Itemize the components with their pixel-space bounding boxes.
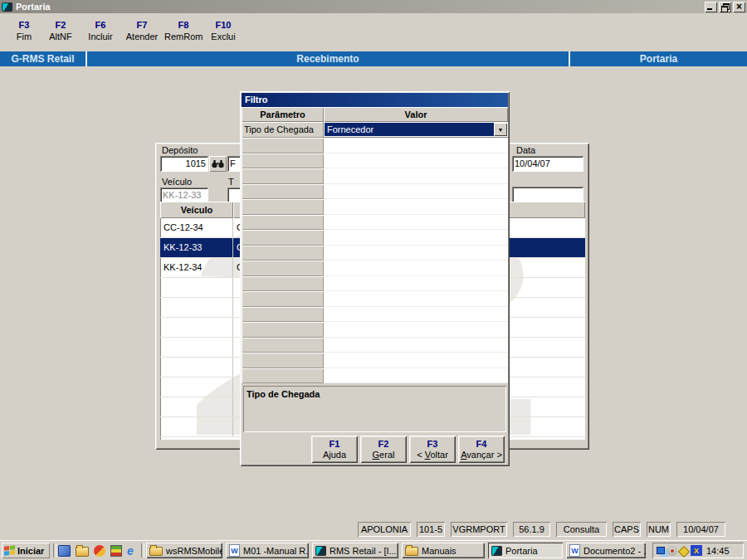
- empty-param-cell: [242, 138, 324, 153]
- filter-empty-row: [242, 215, 508, 231]
- filter-empty-row: [242, 230, 508, 246]
- module-banner: G-RMS Retail Recebimento Portaria: [0, 51, 747, 66]
- fkey-label: F3: [5, 19, 43, 31]
- task-rms-retail-i[interactable]: RMS Retail - [I...: [312, 543, 398, 558]
- minimize-icon[interactable]: [705, 2, 717, 12]
- filter-empty-row: [242, 246, 508, 261]
- task-wsrmsmobile[interactable]: wsRMSMobile: [146, 543, 222, 558]
- status-panel: 10/04/07: [676, 522, 725, 537]
- toolbar-item-altnf[interactable]: F2AltNF: [42, 19, 80, 43]
- command-label: AltNF: [42, 31, 80, 43]
- clock: 14:45: [706, 546, 730, 556]
- filter-empty-row: [242, 338, 508, 353]
- empty-value-cell: [324, 184, 508, 200]
- dialog-button-bar: F1AjudaF2GeralF3< VoltarF4Avançar >: [240, 436, 510, 464]
- button-label: Geral: [360, 450, 407, 460]
- task-m01-manual-r[interactable]: M01 -Manual R...: [226, 543, 309, 558]
- window-controls: [705, 2, 745, 12]
- task-manuais[interactable]: Manuais: [402, 543, 485, 558]
- tipo-chegada-dropdown[interactable]: Fornecedor: [324, 122, 508, 137]
- fkey-label: F6: [81, 19, 120, 31]
- filter-empty-row: [242, 168, 508, 184]
- label-post: oltar: [430, 450, 447, 460]
- toolbar-item-exclui[interactable]: F10Exclui: [204, 19, 242, 43]
- taskbar-separator: [53, 543, 56, 558]
- command-label: Atender: [123, 31, 161, 43]
- data-input[interactable]: 10/04/07: [512, 156, 583, 172]
- ie-icon[interactable]: [127, 545, 139, 557]
- vehicle-cell: KK-12-33: [160, 238, 233, 257]
- folder-icon[interactable]: [76, 547, 89, 557]
- toolbar-item-incluir[interactable]: F6Incluir: [81, 19, 120, 43]
- empty-param-cell: [242, 261, 324, 276]
- toolbar-item-fim[interactable]: F3Fim: [5, 19, 43, 43]
- desktop-screen: Portaria F3FimF2AltNFF6IncluirF7AtenderF…: [0, 0, 747, 560]
- empty-value-cell: [324, 261, 508, 276]
- filter-table-header: Parâmetro Valor: [242, 107, 508, 122]
- right-field[interactable]: [512, 187, 583, 202]
- status-panel: Consulta: [556, 522, 607, 537]
- dropdown-arrow-icon[interactable]: [494, 123, 507, 136]
- outlook-icon[interactable]: [58, 545, 71, 557]
- vehicle-cell: [160, 298, 233, 317]
- x30-icon[interactable]: [691, 545, 702, 556]
- dialog-titlebar[interactable]: Filtro: [242, 93, 508, 107]
- filter-empty-row: [242, 138, 508, 153]
- desktop-icon[interactable]: [110, 545, 122, 557]
- tray-icons: [657, 545, 702, 556]
- empty-value-cell: [324, 291, 508, 307]
- param-cell: Tipo de Chegada: [242, 122, 324, 138]
- data-label: Data: [516, 145, 535, 156]
- button-label: < Voltar: [409, 450, 456, 460]
- toolbar-item-remrom[interactable]: F8RemRom: [164, 19, 203, 43]
- banner-screen: Portaria: [570, 51, 747, 66]
- binoculars-icon: [212, 159, 224, 168]
- empty-value-cell: [324, 215, 508, 231]
- fkey-label: F1: [311, 439, 358, 450]
- fkey-label: F4: [458, 439, 505, 450]
- empty-value-cell: [324, 322, 508, 338]
- toolbar-item-atender[interactable]: F7Atender: [123, 19, 161, 43]
- empty-param-cell: [242, 230, 324, 246]
- windows-logo-icon: [4, 545, 15, 555]
- vehicle-cell: KK-12-34: [160, 258, 233, 277]
- task-portaria[interactable]: Portaria: [488, 543, 563, 558]
- function-key-toolbar: F3FimF2AltNFF6IncluirF7AtenderF8RemRomF1…: [0, 13, 747, 51]
- media-icon[interactable]: [94, 545, 105, 557]
- restore-icon[interactable]: [719, 2, 731, 12]
- pencil-icon[interactable]: [678, 545, 690, 557]
- empty-param-cell: [242, 168, 324, 184]
- search-button[interactable]: [209, 156, 227, 172]
- button-f2[interactable]: F2Geral: [360, 436, 407, 463]
- start-button[interactable]: Iniciar: [2, 543, 50, 558]
- vehicle-cell: [160, 417, 233, 436]
- banner-module: Recebimento: [87, 51, 569, 66]
- empty-value-cell: [324, 276, 508, 292]
- task-label: RMS Retail - [I...: [330, 546, 397, 556]
- taskbar-separator: [141, 543, 144, 558]
- filter-empty-row: [242, 322, 508, 338]
- button-f1[interactable]: F1Ajuda: [311, 436, 358, 463]
- column-header-veiculo[interactable]: Veículo: [160, 202, 233, 218]
- network-icon[interactable]: [657, 547, 665, 554]
- empty-param-cell: [242, 246, 324, 261]
- task-label: Manuais: [422, 546, 456, 556]
- agent-icon[interactable]: [667, 546, 677, 556]
- close-icon[interactable]: [733, 2, 745, 12]
- task-documento2[interactable]: Documento2 - ...: [566, 543, 646, 558]
- filter-empty-row: [242, 368, 508, 384]
- fkey-label: F10: [204, 19, 242, 31]
- dropdown-selected-value: Fornecedor: [325, 123, 494, 136]
- empty-value-cell: [324, 168, 508, 184]
- deposito-input[interactable]: 1015: [160, 156, 208, 172]
- button-f4[interactable]: F4Avançar >: [458, 436, 505, 463]
- status-panel: VGRMPORT: [451, 522, 507, 537]
- task-buttons: wsRMSMobileM01 -Manual R...RMS Retail - …: [146, 543, 646, 558]
- banner-product: G-RMS Retail: [0, 51, 85, 66]
- filter-empty-row: [242, 153, 508, 169]
- taskbar: Iniciar wsRMSMobileM01 -Manual R...RMS R…: [0, 540, 747, 560]
- filter-empty-row: [242, 261, 508, 276]
- folder-icon: [149, 547, 163, 556]
- fkey-label: F2: [360, 439, 407, 450]
- button-f3[interactable]: F3< Voltar: [409, 436, 456, 463]
